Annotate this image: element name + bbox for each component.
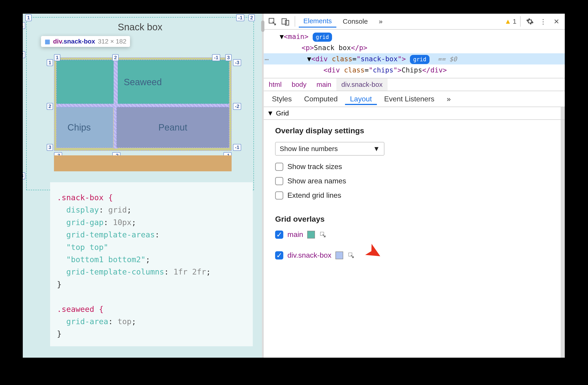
color-swatch[interactable] (307, 231, 315, 238)
tooltip-dimensions: 312 × 182 (98, 38, 126, 45)
overlay-row-snack-box: ✓ div.snack-box ➤ (275, 245, 553, 266)
line-number: 2 (249, 14, 255, 21)
line-number-select[interactable]: Show line numbers ▼ (275, 142, 384, 156)
eq-selector: == $0 (438, 55, 457, 63)
line-number: 1 (47, 59, 53, 66)
gear-icon[interactable] (524, 16, 536, 27)
subtab-layout[interactable]: Layout (345, 93, 377, 105)
color-swatch[interactable] (336, 252, 343, 259)
checkbox[interactable] (275, 163, 283, 171)
tooltip-tag: div (53, 38, 62, 45)
breadcrumb: html body main div.snack-box (264, 78, 565, 91)
kebab-icon[interactable]: ⋮ (537, 16, 549, 27)
checkbox[interactable] (275, 191, 283, 200)
viewport-pane: Snack box 1 -1 2 1 2 3 Seaweed Chips Pea… (23, 14, 262, 358)
dom-node-p[interactable]: <p>Snack box</p> (266, 42, 563, 53)
grid-icon: ▦ (45, 38, 50, 45)
crumb-snack-box[interactable]: div.snack-box (336, 78, 388, 91)
device-toggle-icon[interactable] (280, 16, 291, 27)
line-number: -3 (233, 59, 241, 66)
dom-node-chips[interactable]: <div class="chips">Chips</div> (266, 64, 563, 76)
section-title: Grid (276, 109, 289, 117)
reveal-element-icon[interactable] (347, 252, 355, 259)
check-area-names[interactable]: Show area names (275, 177, 553, 185)
chevron-down-icon: ▼ (373, 145, 380, 153)
overlay-label[interactable]: div.snack-box (287, 251, 331, 259)
check-label: Show area names (287, 177, 346, 185)
checkbox[interactable]: ✓ (275, 251, 283, 259)
select-value: Show line numbers (280, 145, 338, 153)
line-number: -2 (233, 103, 241, 110)
tab-more[interactable]: » (374, 16, 387, 27)
close-icon[interactable]: ✕ (551, 16, 562, 27)
svg-rect-1 (282, 19, 287, 24)
warning-badge[interactable]: ▲ 1 (505, 18, 517, 25)
disclosure-triangle-icon: ▼ (267, 109, 274, 117)
snack-box[interactable]: Seaweed Chips Peanut 1 2 -1 3 1 2 3 (54, 57, 231, 151)
subtab-more[interactable]: » (441, 93, 456, 105)
line-number: 1 (54, 54, 60, 61)
grid-overlays-heading: Grid overlays (275, 214, 553, 223)
dom-node-snack-box[interactable]: ▼<div class="snack-box"> grid == $0 (264, 53, 565, 64)
overlay-settings-heading: Overlay display settings (275, 126, 553, 135)
line-number: -1 (212, 54, 220, 61)
overlay-row-main: ✓ main (275, 230, 553, 239)
line-number: 1 (25, 14, 32, 21)
separator (520, 16, 521, 27)
annotation-arrow-icon: ➤ (362, 240, 386, 266)
line-number: 1 (23, 22, 25, 29)
grid-row-track (54, 155, 231, 171)
check-label: Show track sizes (287, 162, 342, 171)
line-number: 2 (23, 51, 25, 58)
layout-body: Overlay display settings Show line numbe… (264, 120, 565, 358)
warning-icon: ▲ (505, 18, 511, 25)
warning-count: 1 (513, 18, 517, 25)
check-extend-lines[interactable]: Extend grid lines (275, 191, 553, 200)
crumb-body[interactable]: body (287, 78, 312, 91)
dom-tree[interactable]: ▼<main> grid <p>Snack box</p> ▼<div clas… (264, 30, 565, 78)
devtools-toolbar: Elements Console » ▲ 1 ⋮ ✕ (264, 14, 565, 30)
subtab-computed[interactable]: Computed (299, 93, 343, 105)
grid-badge[interactable]: grid (313, 33, 332, 42)
inspect-tooltip: ▦ div.snack-box 312 × 182 (41, 36, 130, 47)
line-number: 3 (225, 54, 231, 61)
page-title: Snack box (118, 22, 162, 33)
crumb-html[interactable]: html (264, 78, 287, 91)
line-number: 2 (47, 103, 53, 110)
grid-badge[interactable]: grid (410, 55, 429, 64)
tooltip-class: .snack-box (62, 38, 95, 45)
tab-console[interactable]: Console (338, 16, 372, 27)
peanut-cell: Peanut (116, 107, 229, 148)
check-track-sizes[interactable]: Show track sizes (275, 162, 553, 171)
line-number: 3 (23, 172, 25, 179)
cell-label: Chips (67, 122, 91, 133)
reveal-element-icon[interactable] (319, 231, 327, 238)
subtab-styles[interactable]: Styles (267, 93, 297, 105)
crumb-main[interactable]: main (312, 78, 336, 91)
line-number: -1 (236, 14, 244, 21)
app-window: Snack box 1 -1 2 1 2 3 Seaweed Chips Pea… (23, 14, 565, 358)
chips-cell: Chips (56, 107, 113, 148)
dom-node-main[interactable]: ▼<main> grid (266, 31, 563, 42)
line-number: 2 (112, 54, 119, 61)
subtab-event-listeners[interactable]: Event Listeners (379, 93, 440, 105)
inspect-icon[interactable] (266, 16, 278, 27)
tab-elements[interactable]: Elements (299, 15, 336, 28)
checkbox[interactable]: ✓ (275, 231, 283, 239)
pane-divider[interactable] (262, 14, 264, 358)
checkbox[interactable] (275, 177, 283, 185)
code-block: .snack-box { display: grid; grid-gap: 10… (50, 182, 253, 346)
overlay-label[interactable]: main (287, 230, 303, 239)
cell-label: Seaweed (124, 77, 162, 87)
cell-label: Peanut (159, 122, 188, 133)
seaweed-cell: Seaweed (56, 60, 229, 104)
line-number: 3 (47, 144, 53, 151)
check-label: Extend grid lines (287, 191, 341, 200)
line-number: -1 (233, 144, 241, 151)
section-grid-header[interactable]: ▼ Grid (264, 107, 565, 120)
devtools-pane: Elements Console » ▲ 1 ⋮ ✕ ▼<main> grid … (264, 14, 565, 358)
separator (295, 16, 295, 27)
styles-subtabs: Styles Computed Layout Event Listeners » (264, 91, 565, 107)
